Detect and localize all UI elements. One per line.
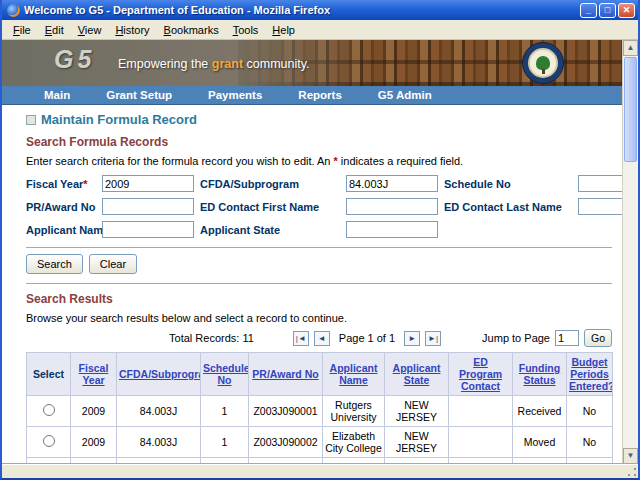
applicant-name-label: Applicant Name	[26, 224, 96, 236]
browser-window: Welcome to G5 - Department of Education …	[0, 0, 640, 480]
cell-pr-award-no: Z003J090002	[249, 427, 323, 458]
cell-budget-periods: No	[567, 427, 613, 458]
select-record-radio[interactable]	[43, 435, 55, 447]
scrollbar-track[interactable]	[623, 163, 638, 448]
cell-pr-award-no: Z003J090001	[249, 396, 323, 427]
menu-help[interactable]: Help	[265, 22, 302, 38]
fiscal-year-label-text: Fiscal Year	[26, 178, 83, 190]
results-instructions: Browse your search results below and sel…	[26, 312, 612, 324]
header-cfda-subprogram[interactable]: CFDA/Subprogram	[119, 368, 201, 380]
ed-contact-first-name-label: ED Contact First Name	[200, 201, 340, 213]
cfda-subprogram-label: CFDA/Subprogram	[200, 178, 340, 190]
applicant-name-input[interactable]	[102, 221, 194, 238]
scrollbar-thumb[interactable]	[624, 57, 637, 162]
header-budget-periods[interactable]: Budget Periods Entered?	[569, 356, 613, 392]
header-applicant-name[interactable]: Applicant Name	[330, 362, 378, 386]
menu-view[interactable]: View	[71, 22, 109, 38]
search-instructions: Enter search criteria for the formula re…	[26, 155, 612, 167]
select-record-radio[interactable]	[43, 404, 55, 416]
search-form: Fiscal Year* CFDA/Subprogram Schedule No…	[26, 175, 612, 238]
total-records-label: Total Records:	[169, 332, 239, 344]
first-page-button[interactable]: |◄	[293, 331, 309, 346]
header-select: Select	[27, 353, 71, 396]
menu-edit[interactable]: Edit	[38, 22, 71, 38]
cell-cfda: 84.003J	[117, 396, 201, 427]
scroll-up-arrow[interactable]: ▲	[623, 40, 638, 56]
search-instructions-post: indicates a required field.	[338, 155, 463, 167]
applicant-state-label: Applicant State	[200, 224, 340, 236]
header-funding-status[interactable]: Funding Status	[519, 362, 560, 386]
cell-applicant-state: NEW JERSEY	[385, 427, 449, 458]
header-schedule-no[interactable]: Schedule No	[203, 362, 249, 386]
cell-applicant-name: Rutgers University	[323, 396, 385, 427]
cell-fiscal-year: 2009	[71, 427, 117, 458]
cell-ed-program-contact	[449, 427, 513, 458]
nav-g5-admin[interactable]: G5 Admin	[378, 89, 432, 101]
cell-cfda: 84.003J	[117, 427, 201, 458]
cell-schedule-no: 1	[201, 396, 249, 427]
ed-contact-first-name-input[interactable]	[346, 198, 438, 215]
cell-applicant-name: Elizabeth City College	[323, 427, 385, 458]
firefox-icon	[7, 4, 20, 17]
cell-schedule-no: 1	[201, 427, 249, 458]
nav-grant-setup[interactable]: Grant Setup	[106, 89, 172, 101]
header-fiscal-year[interactable]: Fiscal Year	[79, 362, 109, 386]
menu-file[interactable]: File	[6, 22, 38, 38]
window-title: Welcome to G5 - Department of Education …	[24, 4, 578, 16]
close-button[interactable]: ✕	[618, 3, 635, 18]
header-applicant-state[interactable]: Applicant State	[393, 362, 441, 386]
cell-budget-periods: No	[567, 396, 613, 427]
page-indicator: Page 1 of 1	[339, 332, 395, 344]
search-section-heading: Search Formula Records	[26, 135, 612, 149]
jump-to-page-label: Jump to Page	[482, 332, 550, 344]
nav-main[interactable]: Main	[44, 89, 70, 101]
fiscal-year-input[interactable]	[102, 175, 194, 192]
cfda-subprogram-input[interactable]	[346, 175, 438, 192]
cell-fiscal-year: 2009	[71, 396, 117, 427]
department-of-education-seal	[522, 42, 564, 84]
search-instructions-pre: Enter search criteria for the formula re…	[26, 155, 334, 167]
applicant-state-input[interactable]	[346, 221, 438, 238]
search-button[interactable]: Search	[26, 254, 83, 274]
cell-funding-status: Received	[513, 396, 567, 427]
maximize-button[interactable]: □	[599, 3, 616, 18]
go-button[interactable]: Go	[584, 329, 612, 347]
status-bar	[2, 464, 638, 478]
cell-funding-status: Moved	[513, 427, 567, 458]
last-page-button[interactable]: ►|	[425, 331, 441, 346]
g5-banner: G5 Empowering the grant community.	[2, 40, 622, 86]
menu-tools[interactable]: Tools	[226, 22, 266, 38]
ed-contact-last-name-input[interactable]	[578, 198, 622, 215]
previous-page-button[interactable]: ◄	[314, 331, 330, 346]
header-pr-award-no[interactable]: PR/Award No	[252, 368, 318, 380]
g5-logo: G5	[54, 45, 95, 74]
minimize-button[interactable]: _	[580, 3, 597, 18]
jump-to-page-input[interactable]	[555, 330, 579, 346]
pr-award-no-input[interactable]	[102, 198, 194, 215]
seal-inner-ring	[528, 48, 558, 78]
vertical-scrollbar[interactable]: ▲ ▼	[622, 40, 638, 464]
ed-contact-last-name-label: ED Contact Last Name	[444, 201, 572, 213]
menu-bookmarks[interactable]: Bookmarks	[157, 22, 226, 38]
scroll-down-arrow[interactable]: ▼	[623, 448, 638, 464]
header-ed-program-contact[interactable]: ED Program Contact	[459, 356, 502, 392]
pr-award-no-label: PR/Award No	[26, 201, 96, 213]
page-content: Maintain Formula Record Search Formula R…	[2, 105, 622, 464]
results-toolbar: Total Records: 11 |◄ ◄ Page 1 of 1 ► ►| …	[26, 329, 612, 347]
resize-grip[interactable]	[626, 466, 638, 478]
total-records: Total Records: 11	[169, 332, 254, 344]
page-title-icon	[26, 115, 36, 125]
nav-reports[interactable]: Reports	[298, 89, 341, 101]
schedule-no-label: Schedule No	[444, 178, 572, 190]
schedule-no-input[interactable]	[578, 175, 622, 192]
clear-button[interactable]: Clear	[89, 254, 137, 274]
divider	[26, 247, 612, 248]
seal-tree-icon	[536, 56, 550, 70]
next-page-button[interactable]: ►	[404, 331, 420, 346]
menu-history[interactable]: History	[108, 22, 156, 38]
banner-tagline: Empowering the grant community.	[118, 57, 310, 71]
menu-bar: File Edit View History Bookmarks Tools H…	[2, 20, 638, 40]
tagline-post: community.	[243, 57, 309, 71]
nav-payments[interactable]: Payments	[208, 89, 262, 101]
total-records-value: 11	[242, 332, 253, 344]
